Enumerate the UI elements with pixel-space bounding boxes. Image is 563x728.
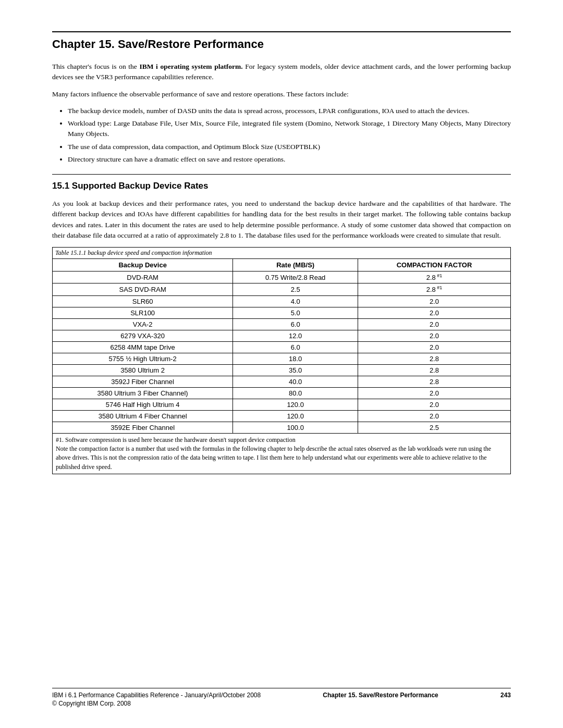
chapter-top-divider xyxy=(52,31,511,32)
bullet-item-1: The backup device models, number of DASD… xyxy=(68,106,511,116)
table-row: 3592J Fiber Channel40.02.8 xyxy=(53,376,511,387)
table-cell: 2.0 xyxy=(358,399,511,410)
table-row: SLR1005.02.0 xyxy=(53,307,511,318)
table-cell: 6.0 xyxy=(233,341,358,353)
table-cell: 2.0 xyxy=(358,318,511,330)
table-cell: 2.8 xyxy=(358,376,511,387)
copyright-symbol: © xyxy=(52,700,57,707)
table-cell: 3580 Ultrium 4 Fiber Channel xyxy=(53,410,233,422)
table-cell: 2.8 xyxy=(358,353,511,364)
table-row: 6258 4MM tape Drive6.02.0 xyxy=(53,341,511,353)
section-title: 15.1 Supported Backup Device Rates xyxy=(52,181,511,191)
table-cell: 6.0 xyxy=(233,318,358,330)
table-cell: 2.5 xyxy=(358,422,511,433)
table-note-1: #1. Software compression is used here be… xyxy=(56,436,507,445)
table-cell: 5.0 xyxy=(233,307,358,318)
table-row: SAS DVD-RAM2.52.8 #1 xyxy=(53,283,511,295)
bullet-list: The backup device models, number of DASD… xyxy=(68,106,511,165)
table-row: 3580 Ultrium 4 Fiber Channel120.02.0 xyxy=(53,410,511,422)
table-row: SLR604.02.0 xyxy=(53,295,511,307)
footer-left: IBM i 6.1 Performance Capabilities Refer… xyxy=(52,692,261,707)
bullet-item-2: Workload type: Large Database File, User… xyxy=(68,118,511,140)
table-cell: 80.0 xyxy=(233,387,358,399)
table-row: 3580 Ultrium 3 Fiber Channel)80.02.0 xyxy=(53,387,511,399)
table-cell: 100.0 xyxy=(233,422,358,433)
footer-divider xyxy=(52,688,511,688)
table-row: 3580 Ultrium 235.02.8 xyxy=(53,364,511,376)
table-cell: 2.0 xyxy=(358,410,511,422)
table-cell: VXA-2 xyxy=(53,318,233,330)
page-footer: IBM i 6.1 Performance Capabilities Refer… xyxy=(52,688,511,707)
table-cell: 120.0 xyxy=(233,399,358,410)
table-cell: 5746 Half High Ultrium 4 xyxy=(53,399,233,410)
table-cell: 0.75 Write/2.8 Read xyxy=(233,272,358,283)
table-caption: Table 15.1.1 backup device speed and com… xyxy=(52,247,511,258)
table-note-2: Note the compaction factor is a number t… xyxy=(56,445,507,472)
table-row: 5755 ½ High Ultrium-218.02.8 xyxy=(53,353,511,364)
backup-device-table: Backup Device Rate (MB/S) COMPACTION FAC… xyxy=(52,258,511,434)
table-cell: 3580 Ultrium 2 xyxy=(53,364,233,376)
footer-line2: © Copyright IBM Corp. 2008 xyxy=(52,700,261,707)
table-cell: SLR60 xyxy=(53,295,233,307)
table-cell: 2.0 xyxy=(358,341,511,353)
col-header-rate: Rate (MB/S) xyxy=(233,259,358,272)
section-divider xyxy=(52,174,511,175)
bullet-item-4: Directory structure can have a dramatic … xyxy=(68,154,511,165)
table-cell: 2.8 #1 xyxy=(358,283,511,295)
section-paragraph: As you look at backup devices and their … xyxy=(52,199,511,241)
table-header-row: Backup Device Rate (MB/S) COMPACTION FAC… xyxy=(53,259,511,272)
table-cell: 4.0 xyxy=(233,295,358,307)
col-header-compaction: COMPACTION FACTOR xyxy=(358,259,511,272)
footer-line1: IBM i 6.1 Performance Capabilities Refer… xyxy=(52,692,261,699)
table-cell: 40.0 xyxy=(233,376,358,387)
bold-platform: IBM i operating system platform. xyxy=(139,63,242,70)
footer-center: Chapter 15. Save/Restore Performance xyxy=(323,692,438,699)
table-cell: 3592J Fiber Channel xyxy=(53,376,233,387)
table-cell: 35.0 xyxy=(233,364,358,376)
table-cell: 18.0 xyxy=(233,353,358,364)
table-cell: 6258 4MM tape Drive xyxy=(53,341,233,353)
table-cell: 2.0 xyxy=(358,307,511,318)
table-cell: 2.5 xyxy=(233,283,358,295)
table-cell: 12.0 xyxy=(233,330,358,341)
table-row: 3592E Fiber Channel100.02.5 xyxy=(53,422,511,433)
table-cell: 2.0 xyxy=(358,387,511,399)
footer-page-number: 243 xyxy=(500,692,511,699)
footer-copyright: Copyright IBM Corp. 2008 xyxy=(58,700,131,707)
table-cell: 2.8 xyxy=(358,364,511,376)
table-row: 6279 VXA-32012.02.0 xyxy=(53,330,511,341)
table-row: DVD-RAM0.75 Write/2.8 Read2.8 #1 xyxy=(53,272,511,283)
chapter-title: Chapter 15. Save/Restore Performance xyxy=(52,38,511,51)
table-cell: 120.0 xyxy=(233,410,358,422)
intro-paragraph-1: This chapter's focus is on the IBM i ope… xyxy=(52,61,511,83)
table-notes: #1. Software compression is used here be… xyxy=(52,434,511,475)
page: Chapter 15. Save/Restore Performance Thi… xyxy=(0,0,563,728)
table-cell: 5755 ½ High Ultrium-2 xyxy=(53,353,233,364)
table-cell: DVD-RAM xyxy=(53,272,233,283)
col-header-device: Backup Device xyxy=(53,259,233,272)
table-cell: 2.0 xyxy=(358,330,511,341)
table-row: VXA-26.02.0 xyxy=(53,318,511,330)
table-row: 5746 Half High Ultrium 4120.02.0 xyxy=(53,399,511,410)
table-cell: SAS DVD-RAM xyxy=(53,283,233,295)
table-cell: SLR100 xyxy=(53,307,233,318)
bullet-item-3: The use of data compression, data compac… xyxy=(68,142,511,152)
intro-paragraph-2: Many factors influence the observable pe… xyxy=(52,89,511,100)
table-cell: 3580 Ultrium 3 Fiber Channel) xyxy=(53,387,233,399)
footer-content: IBM i 6.1 Performance Capabilities Refer… xyxy=(52,692,511,707)
table-cell: 6279 VXA-320 xyxy=(53,330,233,341)
table-cell: 2.0 xyxy=(358,295,511,307)
table-cell: 2.8 #1 xyxy=(358,272,511,283)
table-cell: 3592E Fiber Channel xyxy=(53,422,233,433)
